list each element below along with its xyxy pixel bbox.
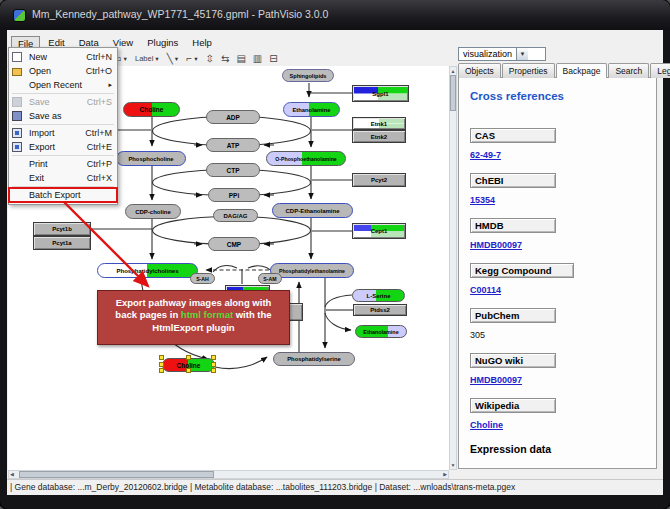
node-pcyt2[interactable]: Pcyt2 (352, 173, 406, 187)
file-menu-item-new[interactable]: NewCtrl+N (9, 50, 117, 64)
file-menu-item-batch-export[interactable]: Batch Export (9, 188, 117, 202)
node-ppi[interactable]: PPi (208, 188, 260, 202)
node-cdp-ethanolamine[interactable]: CDP-Ethanolamine (272, 203, 353, 218)
print-button[interactable]: ⊟ (269, 53, 277, 64)
vertical-scroll-thumb[interactable] (450, 75, 456, 111)
node-label: Phosphatidylserine (287, 356, 340, 362)
menu-item-label: Batch Export (29, 190, 81, 200)
import-icon (12, 128, 22, 138)
node-adp[interactable]: ADP (206, 110, 260, 124)
menu-help[interactable]: Help (186, 36, 218, 51)
selection-handle[interactable] (186, 368, 191, 373)
scroll-up-icon[interactable]: ▲ (450, 68, 456, 74)
node-s-am[interactable]: S-AM (258, 273, 282, 284)
node-label: Ethanolamine (292, 107, 330, 113)
selection-handle[interactable] (159, 368, 164, 373)
node-ethanolamine-top[interactable]: Ethanolamine (283, 102, 340, 117)
file-menu-item-save-as[interactable]: Save as (9, 109, 117, 123)
connector-template-button[interactable]: ⌐▼ (186, 53, 198, 64)
node-label: CDP-Ethanolamine (285, 208, 339, 214)
file-menu-item-export[interactable]: ExportCtrl+E (9, 140, 117, 154)
node-label: Cept1 (371, 228, 388, 234)
file-menu-item-open[interactable]: OpenCtrl+O (9, 64, 117, 78)
selection-handle[interactable] (159, 355, 164, 360)
node-cept1[interactable]: Cept1 (352, 223, 406, 239)
node-pcyt1b[interactable]: Pcyt1b (33, 222, 91, 236)
node-phosphocholine[interactable]: Phosphocholine (116, 151, 186, 166)
node-cmp[interactable]: CMP (208, 237, 260, 251)
tab-objects[interactable]: Objects (458, 63, 501, 78)
node-label: Phosphatidylcholines (116, 268, 178, 274)
menu-separator (12, 124, 114, 125)
node-sphingolipids[interactable]: Sphingolipids (282, 69, 334, 82)
selection-handle[interactable] (159, 362, 164, 367)
selection-handle[interactable] (186, 355, 191, 360)
xref-source-label: HMDB (470, 218, 556, 233)
file-menu-item-open-recent[interactable]: Open Recent▸ (9, 78, 117, 92)
file-menu-item-import[interactable]: ImportCtrl+M (9, 126, 117, 140)
scroll-right-icon[interactable]: ▶ (443, 471, 447, 478)
stack-vertical-button[interactable]: ▤ (236, 53, 245, 64)
xref-link[interactable]: 62-49-7 (470, 150, 501, 160)
node-etnk1[interactable]: Etnk1 (352, 117, 406, 130)
app-window: Mm_Kennedy_pathway_WP1771_45176.gpml - P… (0, 0, 670, 509)
xref-link[interactable]: HMDB00097 (470, 240, 522, 250)
tab-search[interactable]: Search (608, 63, 649, 78)
scroll-down-icon[interactable]: ▼ (450, 462, 456, 468)
node-ctp[interactable]: CTP (206, 163, 260, 177)
xref-source-label: NuGO wiki (470, 353, 556, 368)
node-cdp-choline[interactable]: CDP-choline (125, 204, 181, 219)
xref-link[interactable]: 15354 (470, 195, 495, 205)
chevron-down-icon: ▼ (154, 56, 159, 62)
selection-handle[interactable] (211, 368, 216, 373)
node-s-ah[interactable]: S-AH (190, 273, 215, 284)
menu-item-label: Open (29, 66, 51, 76)
selection-handle[interactable] (211, 362, 216, 367)
node-sgpl1[interactable]: Sgpl1 (352, 85, 409, 102)
menu-plugins[interactable]: Plugins (141, 36, 184, 51)
align-horizontal-button[interactable]: ⇆ (221, 53, 229, 64)
xref-link[interactable]: HMDB00097 (470, 375, 522, 385)
xref-link[interactable]: C00114 (470, 285, 501, 295)
node-label: DAG/AG (224, 213, 248, 219)
visualization-combobox[interactable]: visualization ▼ (458, 47, 546, 61)
title-bar[interactable]: Mm_Kennedy_pathway_WP1771_45176.gpml - P… (0, 0, 670, 30)
line-template-button[interactable]: ╲▼ (167, 53, 179, 64)
scroll-left-icon[interactable]: ◀ (10, 471, 14, 478)
node-pcyt1a[interactable]: Pcyt1a (33, 236, 91, 250)
canvas-horizontal-scrollbar[interactable]: ◀ ▶ (8, 470, 449, 479)
chevron-down-icon[interactable]: ▼ (516, 48, 528, 60)
menu-item-label: Export (29, 142, 55, 152)
node-dag-ag[interactable]: DAG/AG (213, 209, 258, 222)
align-vertical-button[interactable]: ⇳ (206, 53, 214, 64)
tab-legend[interactable]: Legend (650, 63, 670, 78)
file-menu-item-exit[interactable]: ExitCtrl+X (9, 171, 117, 185)
tab-backpage[interactable]: Backpage (556, 63, 608, 78)
node-ethanolamine-bottom[interactable]: Ethanolamine (355, 325, 407, 338)
file-menu: NewCtrl+NOpenCtrl+OOpen Recent▸SaveCtrl+… (8, 47, 118, 205)
node-atp[interactable]: ATP (206, 138, 260, 152)
xref-link[interactable]: Choline (470, 420, 503, 430)
node-ptdss2[interactable]: Ptdss2 (353, 304, 407, 316)
open-folder-icon (12, 68, 22, 76)
connector-template-icon: ⌐ (186, 53, 192, 64)
selection-handle[interactable] (211, 355, 216, 360)
node-phosphatidylethanolamine[interactable]: Phosphatidylethanolamine (270, 263, 354, 278)
file-menu-item-print[interactable]: PrintCtrl+P (9, 157, 117, 171)
horizontal-scroll-thumb[interactable] (19, 471, 214, 478)
node-phosphatidylcholines[interactable]: Phosphatidylcholines (97, 263, 198, 278)
node-etnk2[interactable]: Etnk2 (352, 130, 406, 143)
menu-item-label: Save as (29, 111, 62, 121)
xref-value: 305 (470, 330, 485, 340)
node-l-serine[interactable]: L-Serine (352, 289, 405, 302)
callout-highlight-text: html format (181, 309, 233, 320)
label-template-button[interactable]: Label▼ (135, 54, 160, 63)
node-choline-top[interactable]: Choline (123, 102, 180, 117)
stack-horizontal-button[interactable]: ▥ (253, 53, 262, 64)
tab-properties[interactable]: Properties (502, 63, 555, 78)
print-icon: ⊟ (269, 53, 277, 64)
node-o-phosphoethanolamine[interactable]: O-Phosphoethanolamine (266, 151, 346, 166)
canvas-vertical-scrollbar[interactable]: ▲ ▼ (449, 66, 457, 470)
node-phosphatidylserine[interactable]: Phosphatidylserine (273, 352, 355, 366)
chevron-down-icon: ▼ (193, 56, 198, 62)
